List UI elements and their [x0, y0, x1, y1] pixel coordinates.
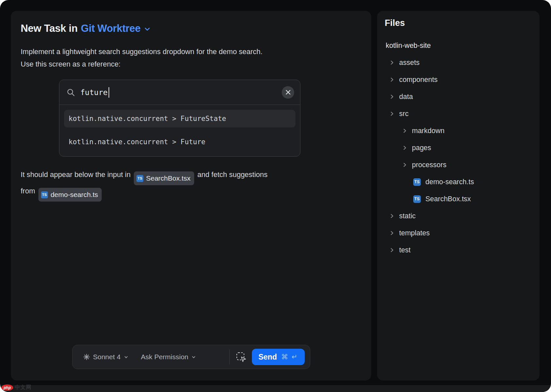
chevron-right-icon — [389, 77, 395, 82]
tree-item-static[interactable]: static — [377, 207, 540, 225]
tree-item-test[interactable]: test — [377, 242, 540, 259]
watermark: php 中文网 — [1, 384, 31, 391]
tree-item-data[interactable]: data — [377, 88, 540, 105]
tree-item-markdown[interactable]: markdown — [377, 122, 540, 139]
app-window: New Task in Git Worktree Implement a lig… — [0, 0, 551, 392]
tree-item-assets[interactable]: assets — [377, 54, 540, 71]
tree-item-label: assets — [399, 59, 419, 67]
tree-item-demo-search-ts[interactable]: TS demo-search.ts — [377, 173, 540, 190]
followup-part3: from — [21, 187, 35, 195]
tree-item-label: templates — [399, 229, 430, 237]
clear-search-button[interactable] — [282, 86, 294, 99]
tree-item-src[interactable]: src — [377, 105, 540, 122]
divider — [229, 349, 230, 364]
chevron-right-icon — [402, 145, 407, 150]
text-caret — [109, 87, 109, 98]
close-icon — [285, 89, 291, 95]
file-tree: kotlin-web-site assets components data s… — [377, 37, 540, 259]
chevron-right-icon — [389, 213, 395, 219]
tree-item-templates[interactable]: templates — [377, 225, 540, 242]
select-element-icon — [235, 351, 247, 363]
suggestion-item[interactable]: kotlin.native.concurrent > Future — [64, 133, 296, 151]
search-input[interactable]: future — [59, 80, 300, 105]
tree-item-label: SearchBox.tsx — [425, 195, 471, 203]
followup-part1: It should appear below the input in — [21, 170, 131, 179]
files-panel: Files kotlin-web-site assets components … — [377, 11, 540, 381]
tree-item-pages[interactable]: pages — [377, 139, 540, 156]
followup-part2: and fetch suggestions — [197, 170, 268, 179]
tree-item-searchbox-tsx[interactable]: TS SearchBox.tsx — [377, 190, 540, 207]
screenshot-frame: New Task in Git Worktree Implement a lig… — [0, 0, 551, 392]
chevron-right-icon — [402, 162, 407, 167]
title-prefix: New Task in — [21, 23, 78, 34]
typescript-icon: TS — [413, 178, 421, 186]
new-task-panel: New Task in Git Worktree Implement a lig… — [11, 11, 371, 381]
task-followup-text: It should appear below the input in TS S… — [21, 169, 342, 202]
chevron-right-icon — [389, 94, 395, 99]
tree-item-components[interactable]: components — [377, 71, 540, 88]
search-demo-box: future kotlin.native.concurrent > Future… — [59, 80, 300, 157]
file-chip-label: demo-search.ts — [51, 189, 98, 201]
permission-label: Ask Permission — [141, 353, 189, 361]
file-chip-searchbox[interactable]: TS SearchBox.tsx — [134, 171, 194, 185]
window-footer — [0, 385, 551, 392]
suggestion-item[interactable]: kotlin.native.concurrent > FutureState — [64, 110, 296, 127]
task-description: Implement a lightweight search suggestio… — [21, 46, 262, 70]
task-description-line2: Use this screen as a reference: — [21, 58, 262, 70]
model-label: Sonnet 4 — [93, 353, 121, 361]
send-button[interactable]: Send ⌘ ↵ — [252, 349, 305, 365]
page-title: New Task in Git Worktree — [21, 23, 151, 34]
chevron-right-icon — [389, 247, 395, 253]
tree-item-label: processors — [412, 161, 446, 169]
chevron-right-icon — [402, 128, 407, 133]
typescript-icon: TS — [413, 195, 421, 203]
tree-item-label: src — [399, 110, 409, 118]
tree-item-label: components — [399, 76, 438, 84]
file-chip-demo-search[interactable]: TS demo-search.ts — [38, 188, 102, 202]
spark-icon — [83, 353, 90, 361]
model-selector[interactable]: Sonnet 4 — [80, 351, 131, 363]
chevron-right-icon — [389, 111, 395, 116]
permission-mode-selector[interactable]: Ask Permission — [138, 351, 199, 363]
chevron-right-icon — [389, 230, 395, 236]
tree-item-label: static — [399, 212, 416, 220]
watermark-text: 中文网 — [15, 384, 31, 391]
tree-item-label: data — [399, 93, 413, 101]
tree-item-label: test — [399, 246, 411, 254]
tree-root-kotlin-web-site[interactable]: kotlin-web-site — [377, 37, 540, 54]
chevron-down-icon — [124, 355, 129, 360]
search-query-text: future — [80, 88, 108, 97]
files-panel-title: Files — [385, 18, 405, 28]
send-shortcut: ⌘ ↵ — [281, 353, 298, 361]
php-logo: php — [1, 384, 13, 391]
worktree-selector[interactable]: Git Worktree — [81, 23, 141, 34]
file-chip-label: SearchBox.tsx — [146, 172, 190, 184]
tree-item-label: pages — [412, 144, 431, 152]
tree-item-processors[interactable]: processors — [377, 156, 540, 173]
select-element-button[interactable] — [234, 349, 249, 364]
typescript-icon: TS — [41, 191, 48, 198]
search-icon — [67, 88, 75, 97]
tree-item-label: demo-search.ts — [425, 178, 474, 186]
chevron-down-icon[interactable] — [144, 26, 151, 33]
send-label: Send — [258, 353, 277, 362]
task-description-line1: Implement a lightweight search suggestio… — [21, 46, 262, 58]
typescript-icon: TS — [136, 175, 143, 182]
chevron-right-icon — [389, 60, 395, 65]
suggestions-list: kotlin.native.concurrent > FutureState k… — [59, 105, 300, 156]
chevron-down-icon — [191, 355, 196, 360]
composer-toolbar: Sonnet 4 Ask Permission — [72, 345, 310, 369]
tree-item-label: markdown — [412, 127, 444, 135]
